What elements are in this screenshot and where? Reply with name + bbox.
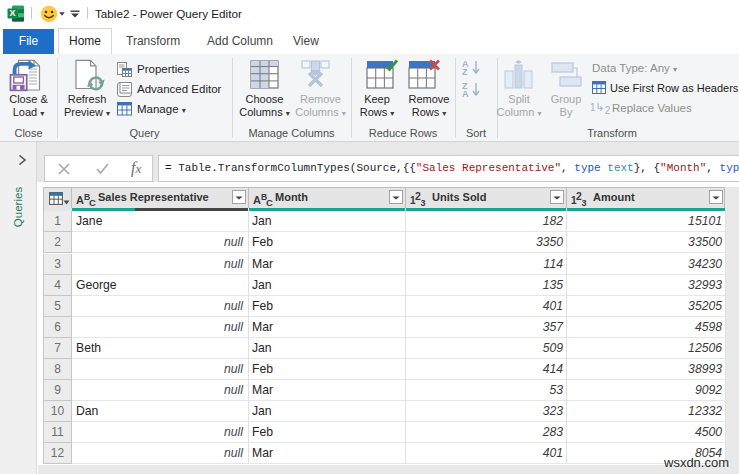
svg-text:X: X bbox=[10, 8, 16, 18]
